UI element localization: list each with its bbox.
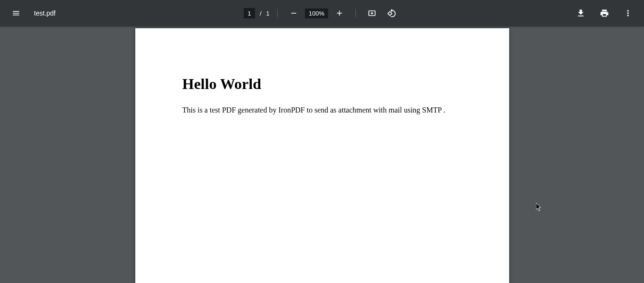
current-page-input[interactable] <box>244 8 255 18</box>
toolbar-right <box>572 5 636 22</box>
pdf-toolbar: test.pdf / 1 100% <box>0 0 644 26</box>
page-separator: / <box>260 10 262 17</box>
fit-page-button[interactable] <box>363 5 380 22</box>
filename-label: test.pdf <box>34 9 56 17</box>
pdf-page: Hello World This is a test PDF generated… <box>135 28 509 283</box>
download-icon <box>576 8 586 18</box>
toolbar-left: test.pdf <box>8 5 56 22</box>
rotate-button[interactable] <box>383 5 400 22</box>
download-button[interactable] <box>572 5 589 22</box>
hamburger-icon <box>12 9 20 17</box>
zoom-level-label: 100% <box>305 8 328 18</box>
zoom-in-button[interactable] <box>331 5 348 22</box>
toolbar-divider <box>277 9 278 17</box>
zoom-out-button[interactable] <box>285 5 302 22</box>
print-icon <box>600 8 609 18</box>
more-vertical-icon <box>623 8 633 18</box>
more-options-button[interactable] <box>619 5 636 22</box>
menu-button[interactable] <box>8 5 25 22</box>
rotate-icon <box>387 8 396 18</box>
plus-icon <box>335 9 344 17</box>
toolbar-divider <box>355 9 356 17</box>
pdf-viewer[interactable]: Hello World This is a test PDF generated… <box>0 26 644 283</box>
document-heading: Hello World <box>182 75 462 93</box>
fit-page-icon <box>367 8 377 18</box>
toolbar-center: / 1 100% <box>244 5 400 22</box>
minus-icon <box>289 9 298 17</box>
print-button[interactable] <box>596 5 613 22</box>
document-body: This is a test PDF generated by IronPDF … <box>182 106 462 114</box>
total-pages-label: 1 <box>266 10 270 17</box>
